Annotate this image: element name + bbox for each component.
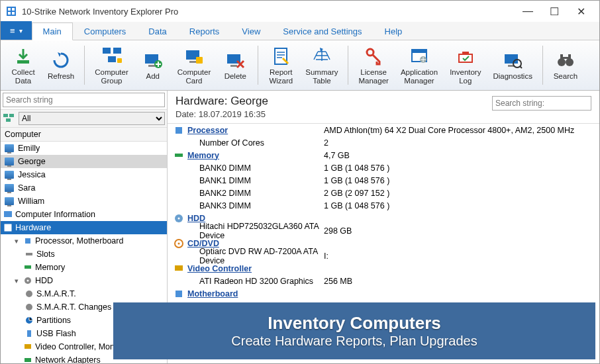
svg-rect-6 (103, 48, 111, 54)
section-motherboard[interactable]: Motherboard (168, 287, 599, 300)
usb-icon (25, 329, 34, 338)
computer-card-button[interactable]: ComputerCard (172, 43, 217, 87)
computer-icon (5, 144, 14, 152)
svg-rect-51 (175, 127, 182, 134)
report-wizard-icon (270, 45, 292, 68)
banner-subtitle: Create Hardware Reports, Plan Upgrades (231, 334, 477, 349)
add-button[interactable]: Add (134, 43, 172, 87)
svg-rect-46 (27, 330, 31, 337)
computer-item[interactable]: William (1, 195, 167, 208)
inventory-log-icon (454, 45, 477, 68)
tab-data[interactable]: Data (137, 23, 177, 40)
diagnostics-button[interactable]: Diagnostics (487, 43, 538, 87)
svg-rect-48 (25, 358, 31, 362)
info-icon (3, 210, 13, 219)
filter-icon (3, 113, 16, 124)
network-icon (23, 355, 32, 363)
partitions-icon (25, 316, 34, 325)
application-icon (408, 45, 430, 68)
tree-processor[interactable]: ▾Processor, Motherboard (1, 234, 167, 248)
row-bank1: BANK1 DIMM1 GB (1 048 576 ) (168, 174, 599, 187)
tab-service[interactable]: Service and Settings (272, 23, 373, 40)
svg-rect-8 (108, 56, 116, 62)
hdd-icon (174, 214, 186, 223)
svg-rect-17 (230, 65, 237, 67)
svg-rect-3 (8, 12, 11, 15)
tab-main[interactable]: Main (32, 23, 73, 40)
computer-icon (5, 171, 14, 179)
download-icon (12, 45, 34, 68)
report-wizard-button[interactable]: ReportWizard (262, 43, 299, 87)
svg-rect-33 (3, 114, 8, 117)
add-computer-icon (142, 49, 164, 71)
computer-group-button[interactable]: ComputerGroup (89, 43, 134, 87)
computer-item[interactable]: Jessica (1, 168, 167, 181)
delete-button[interactable]: Delete (217, 43, 254, 87)
search-button[interactable]: Search (547, 43, 584, 87)
collect-data-button[interactable]: CollectData (5, 43, 42, 87)
close-button[interactable]: ✕ (568, 2, 594, 21)
license-manager-button[interactable]: LicenseManager (352, 43, 394, 87)
filter-select[interactable]: All (19, 112, 165, 125)
monitor-icon (23, 342, 32, 351)
svg-rect-25 (505, 54, 518, 64)
tree-smart[interactable]: S.M.A.R.T. (1, 287, 167, 300)
smart-icon (25, 289, 34, 298)
computer-card-icon (183, 45, 205, 68)
svg-point-44 (26, 304, 32, 310)
svg-rect-32 (563, 57, 568, 59)
computer-item[interactable]: George (1, 155, 167, 168)
row-bank0: BANK0 DIMM1 GB (1 048 576 ) (168, 161, 599, 174)
page-date: Date: 18.07.2019 16:35 (175, 109, 492, 119)
summary-table-button[interactable]: SummaryTable (299, 43, 344, 87)
svg-rect-11 (148, 65, 155, 67)
sidebar-search-input[interactable] (3, 93, 165, 107)
row-hdd-item: Hitachi HDP725032GLA360 ATA Device298 GB (168, 224, 599, 237)
svg-rect-5 (17, 60, 29, 64)
promo-banner: Inventory Computers Create Hardware Repo… (113, 302, 595, 359)
minimize-button[interactable]: — (515, 2, 541, 21)
refresh-button[interactable]: Refresh (42, 43, 80, 87)
file-menu-button[interactable]: ≡▾ (1, 21, 32, 40)
tab-view[interactable]: View (230, 23, 272, 40)
svg-rect-21 (412, 50, 426, 53)
inventory-log-button[interactable]: InventoryLog (444, 43, 487, 87)
cd-icon (174, 239, 186, 248)
cpu-icon (23, 236, 32, 246)
window-title: 10-Strike Network Inventory Explorer Pro (22, 7, 515, 17)
binoculars-icon (554, 49, 577, 71)
computer-icon (5, 184, 14, 192)
computer-list: Emilly George Jessica Sara William (1, 142, 167, 208)
computer-item[interactable]: Emilly (1, 142, 167, 155)
row-video-item: ATI Radeon HD 3200 Graphics256 MB (168, 275, 599, 287)
detail-search-input[interactable] (492, 96, 591, 111)
section-memory[interactable]: Memory4,7 GB (168, 149, 599, 161)
ribbon-tabs: ≡▾ Main Computers Data Reports View Serv… (1, 22, 599, 40)
maximize-button[interactable]: ☐ (541, 2, 568, 21)
application-manager-button[interactable]: ApplicationManager (395, 43, 444, 87)
section-processor[interactable]: ProcessorAMD Athlon(tm) 64 X2 Dual Core … (168, 124, 599, 136)
tree-hdd[interactable]: ▾HDD (1, 274, 167, 287)
category-hardware[interactable]: Hardware (1, 221, 167, 234)
computer-item[interactable]: Sara (1, 181, 167, 195)
svg-rect-37 (5, 224, 11, 231)
section-video[interactable]: Video Controller (168, 262, 599, 275)
svg-rect-15 (196, 57, 203, 64)
svg-rect-4 (12, 12, 15, 15)
svg-rect-38 (25, 238, 30, 244)
tree-memory[interactable]: Memory (1, 261, 167, 274)
tab-reports[interactable]: Reports (178, 23, 231, 40)
category-computer-information[interactable]: Computer Information (1, 208, 167, 221)
svg-point-54 (178, 217, 180, 219)
svg-rect-40 (25, 265, 31, 269)
svg-rect-9 (117, 58, 122, 63)
hdd-icon (23, 276, 32, 285)
svg-rect-58 (175, 291, 182, 297)
computer-panel-header: Computer (1, 128, 167, 142)
app-icon (6, 6, 17, 17)
tree-slots[interactable]: Slots (1, 248, 167, 261)
svg-rect-24 (462, 52, 469, 54)
tab-help[interactable]: Help (374, 23, 414, 40)
tab-computers[interactable]: Computers (73, 23, 138, 40)
svg-rect-34 (9, 114, 14, 117)
